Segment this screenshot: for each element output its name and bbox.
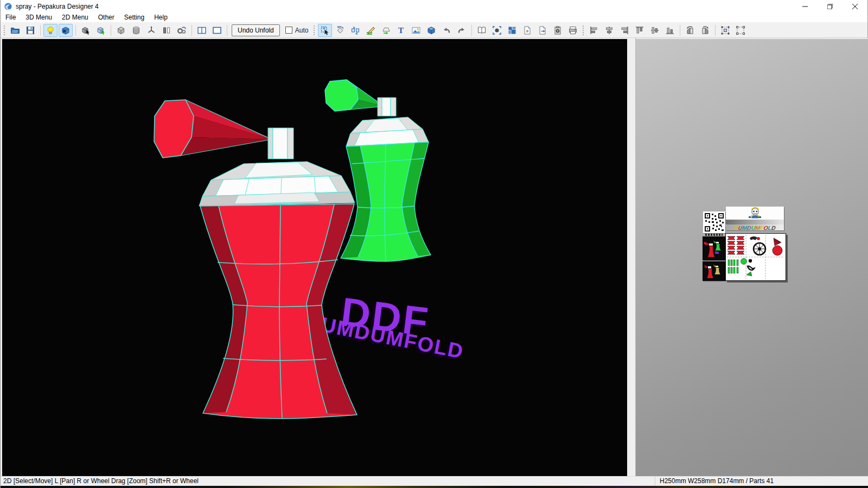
export-page-button[interactable] bbox=[535, 24, 550, 37]
insert-image-button[interactable] bbox=[409, 24, 423, 37]
app-logo-icon bbox=[4, 2, 12, 11]
close-button[interactable] bbox=[843, 0, 867, 12]
divide-icon bbox=[350, 25, 360, 35]
single-pane-layout-button[interactable] bbox=[210, 24, 224, 37]
align-center-h-button[interactable] bbox=[602, 24, 616, 37]
light-toggle-button[interactable] bbox=[43, 24, 58, 37]
qr-caption-text bbox=[705, 234, 723, 236]
auto-checkbox-label: Auto bbox=[295, 27, 309, 34]
align-bottom-button[interactable] bbox=[663, 24, 677, 37]
redo-icon bbox=[457, 25, 467, 35]
align-ch-icon bbox=[604, 25, 614, 35]
select-circle-icon bbox=[492, 25, 502, 35]
menu-other[interactable]: Other bbox=[93, 12, 119, 22]
align-center-v-button[interactable] bbox=[648, 24, 662, 37]
toolbar-grip[interactable] bbox=[312, 24, 315, 36]
page-export-icon bbox=[538, 25, 547, 35]
check-parts-button[interactable] bbox=[175, 24, 189, 37]
page-num-icon: # bbox=[522, 25, 532, 35]
edit-line-button[interactable] bbox=[363, 24, 378, 37]
texture-bars-button[interactable] bbox=[159, 24, 174, 37]
auto-layout-button[interactable] bbox=[505, 24, 519, 37]
3d-viewport[interactable]: DDF DDF DUMDUMFOLD DUMDUMFOLD bbox=[2, 39, 627, 476]
page-thumbnail-model-a[interactable] bbox=[703, 236, 725, 260]
align-cv-icon bbox=[650, 25, 660, 35]
ungroup-icon bbox=[736, 25, 745, 35]
capture-button[interactable] bbox=[551, 24, 565, 37]
align-right-icon bbox=[620, 25, 629, 35]
rotate-left-button[interactable] bbox=[683, 24, 697, 37]
flap-icon bbox=[381, 25, 391, 35]
image-icon bbox=[411, 25, 421, 35]
align-left-button[interactable] bbox=[587, 24, 601, 37]
align-right-button[interactable] bbox=[617, 24, 631, 37]
two-pane-layout-button[interactable] bbox=[195, 24, 209, 37]
toolbar-separator bbox=[471, 25, 472, 36]
rotate-part-button[interactable] bbox=[333, 24, 347, 37]
redo-button[interactable] bbox=[455, 24, 469, 37]
undo-unfold-button[interactable]: Undo Unfold bbox=[232, 24, 280, 36]
layout-icon bbox=[507, 25, 517, 35]
select-parts-3d-button[interactable] bbox=[79, 24, 93, 37]
page-thumbnail-model-b[interactable] bbox=[703, 261, 725, 281]
toolbar-grip[interactable] bbox=[582, 24, 584, 36]
toolbar-separator bbox=[680, 25, 680, 36]
svg-text:#: # bbox=[526, 29, 529, 34]
axes-view-button[interactable] bbox=[144, 24, 158, 37]
pane-splitter[interactable] bbox=[627, 38, 636, 476]
edit-flap-button[interactable] bbox=[379, 24, 393, 37]
app-window: spray - Pepakura Designer 4 File3D Menu2… bbox=[0, 0, 868, 488]
auto-checkbox-box[interactable] bbox=[285, 27, 292, 34]
texture-view-button[interactable] bbox=[59, 24, 73, 37]
minimize-button[interactable] bbox=[793, 0, 818, 12]
2d-viewport[interactable]: DUMDUMFOLD bbox=[636, 39, 868, 476]
pick-face-3d-button[interactable] bbox=[94, 24, 108, 37]
toolbar-separator bbox=[227, 25, 227, 36]
book-icon bbox=[477, 25, 487, 35]
save-file-button[interactable] bbox=[23, 24, 37, 37]
bulb-icon bbox=[46, 25, 55, 35]
divide-join-button[interactable] bbox=[348, 24, 362, 37]
text-icon: T bbox=[396, 25, 406, 35]
cylinder-view-button[interactable] bbox=[129, 24, 143, 37]
align-top-button[interactable] bbox=[633, 24, 647, 37]
page-thumbnail-qr[interactable] bbox=[703, 211, 725, 233]
menu-3d-menu[interactable]: 3D Menu bbox=[21, 12, 57, 22]
model-page-a-image bbox=[703, 236, 725, 260]
rotate-right-button[interactable] bbox=[698, 24, 712, 37]
insert-text-button[interactable]: T bbox=[394, 24, 408, 37]
print-button[interactable] bbox=[566, 24, 580, 37]
ungroup-button[interactable] bbox=[733, 24, 748, 37]
auto-checkbox[interactable]: Auto bbox=[285, 27, 309, 34]
axis-icon bbox=[146, 25, 156, 35]
menu-file[interactable]: File bbox=[1, 12, 21, 22]
window-controls bbox=[793, 0, 867, 12]
toolbar: Undo UnfoldAutoT# bbox=[1, 23, 867, 38]
undo-button[interactable] bbox=[439, 24, 454, 37]
menu-help[interactable]: Help bbox=[149, 12, 173, 22]
menu-2d-menu[interactable]: 2D Menu bbox=[57, 12, 93, 22]
page-number-button[interactable]: # bbox=[520, 24, 534, 37]
select-move-2d-button[interactable] bbox=[318, 24, 332, 37]
toolbar-grip[interactable] bbox=[3, 24, 5, 36]
solid-view-button[interactable] bbox=[114, 24, 128, 37]
desktop-background-sliver bbox=[1, 486, 868, 488]
group-button[interactable] bbox=[718, 24, 732, 37]
3d-scene: DDF DDF DUMDUMFOLD DUMDUMFOLD bbox=[2, 39, 627, 476]
group-icon bbox=[720, 25, 730, 35]
select-same-button[interactable] bbox=[490, 24, 504, 37]
status-hint: 2D [Select/Move] L [Pan] R or Wheel Drag… bbox=[1, 477, 655, 486]
open-file-button[interactable] bbox=[8, 24, 22, 37]
select3d-icon bbox=[81, 25, 91, 35]
print-preview-button[interactable] bbox=[475, 24, 489, 37]
pattern-sheet-thumbnail[interactable] bbox=[725, 233, 786, 281]
rot-right-icon bbox=[700, 25, 710, 35]
main-area: DDF DDF DUMDUMFOLD DUMDUMFOLD bbox=[1, 38, 868, 476]
select3d-green-icon bbox=[96, 25, 106, 35]
menu-setting[interactable]: Setting bbox=[119, 12, 149, 22]
red-spray-model[interactable] bbox=[154, 100, 357, 419]
page-thumbnail-banner[interactable]: DUMDUMFOLD bbox=[726, 207, 784, 230]
restore-button[interactable] bbox=[818, 0, 843, 12]
show-model-button[interactable] bbox=[424, 24, 438, 37]
open-folder-icon bbox=[10, 25, 20, 35]
